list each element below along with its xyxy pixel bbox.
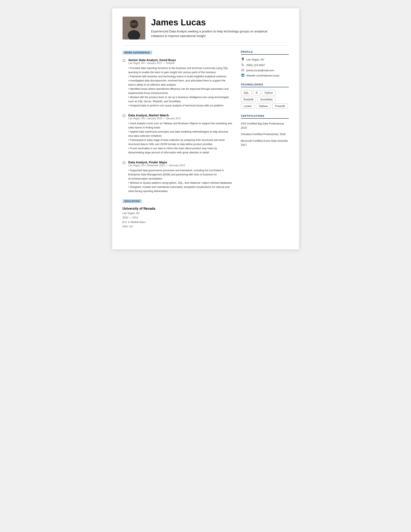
cert-item: SAS Certified Big Data Professional, 201… [241, 122, 289, 130]
education-section: EDUCATION University of Nevada Las Vegas… [122, 199, 233, 229]
tech-tag: R [253, 90, 261, 95]
profile-email: james.lucas@mail.com [241, 69, 289, 72]
certifications-section: CERTIFICATIONS SAS Certified Big Data Pr… [241, 114, 289, 147]
avatar [122, 17, 145, 39]
education-label: EDUCATION [122, 199, 142, 203]
job-description: • Provided data reporting functions to t… [128, 66, 233, 108]
tech-tag: Tableau [256, 104, 271, 109]
resume-header: James Lucas Experienced Data Analyst see… [122, 17, 289, 39]
certifications-label: CERTIFICATIONS [241, 114, 289, 119]
job-item: Data Analyst, Finder Maps Las Vegas, NV … [122, 161, 233, 193]
edu-school: University of Nevada [122, 207, 233, 210]
technologies-label: TECHNOLOGIES [241, 83, 289, 87]
edu-gpa: GPA: 3.6 [122, 224, 233, 229]
svg-point-7 [123, 114, 125, 117]
svg-rect-11 [242, 75, 242, 76]
resume: James Lucas Experienced Data Analyst see… [112, 8, 299, 249]
cert-item: Cloudera Certified Professional, 2018 [241, 132, 289, 136]
phone-text: (555) 123-4567 [246, 64, 265, 67]
svg-point-8 [123, 162, 125, 164]
job-description: • Supported data governance processes an… [128, 168, 233, 193]
tech-tag: Snowflake [258, 97, 275, 102]
right-column: PROFILE Las Vegas, NV (555) [241, 50, 289, 229]
job-description: • Used analytics tools such as Tableau a… [128, 121, 233, 155]
svg-point-6 [123, 59, 125, 62]
location-icon [241, 57, 245, 62]
job-bullet-icon [122, 59, 125, 108]
profile-section: PROFILE Las Vegas, NV (555) [241, 50, 289, 77]
tech-tag: Python [262, 90, 276, 95]
edu-years: 2010 — 2014 [122, 216, 233, 220]
full-name: James Lucas [151, 18, 272, 27]
edu-location: Las Vegas, NV [122, 211, 233, 216]
tech-grid: SQL R Python Redshift Snowflake Looker T… [241, 90, 289, 109]
job-meta: Las Vegas, NV • January 2017 — Present [128, 62, 233, 65]
profile-linkedin: linkedin.com/in/james-lucas [241, 74, 289, 77]
job-title: Senior Data Analyst, Good Buys [128, 58, 233, 62]
job-content: Data Analyst, Finder Maps Las Vegas, NV … [128, 161, 233, 193]
linkedin-text: linkedin.com/in/james-lucas [246, 74, 280, 77]
svg-point-1 [130, 20, 138, 28]
header-divider [122, 45, 289, 46]
technologies-section: TECHNOLOGIES SQL R Python Redshift Snowf… [241, 83, 289, 109]
job-bullet-icon [122, 161, 125, 193]
job-item: Senior Data Analyst, Good Buys Las Vegas… [122, 58, 233, 108]
linkedin-icon [241, 74, 245, 77]
work-experience-section: WORK EXPERIENCE Senior Data Analyst, Goo… [122, 50, 233, 193]
email-text: james.lucas@mail.com [246, 69, 274, 72]
cert-item: Microsoft Certified Azure Data Scientist… [241, 139, 289, 147]
svg-point-12 [242, 74, 242, 75]
job-item: Data Analyst, Market Watch Las Vegas, NV… [122, 114, 233, 155]
profile-phone: (555) 123-4567 [241, 63, 289, 67]
tech-tag: Looker [241, 104, 255, 109]
tagline: Experienced Data Analyst seeking a posit… [151, 29, 272, 38]
edu-degree: B.S. in Mathematics [122, 220, 233, 224]
job-meta: Las Vegas, NV • January 2015 — January 2… [128, 117, 233, 120]
header-text: James Lucas Experienced Data Analyst see… [151, 18, 272, 38]
job-meta: Las Vegas, NV • November 2014 — Jaunuary… [128, 164, 233, 167]
phone-icon [241, 63, 245, 67]
tech-tag: SQL [241, 90, 252, 95]
location-text: Las Vegas, NV [246, 58, 264, 61]
job-bullet-icon [122, 114, 125, 155]
work-experience-label: WORK EXPERIENCE [122, 51, 152, 55]
body-columns: WORK EXPERIENCE Senior Data Analyst, Goo… [122, 50, 289, 229]
email-icon [241, 69, 245, 72]
job-title: Data Analyst, Finder Maps [128, 161, 233, 164]
job-title: Data Analyst, Market Watch [128, 114, 233, 117]
job-content: Data Analyst, Market Watch Las Vegas, NV… [128, 114, 233, 155]
left-column: WORK EXPERIENCE Senior Data Analyst, Goo… [122, 50, 233, 229]
job-content: Senior Data Analyst, Good Buys Las Vegas… [128, 58, 233, 108]
tech-tag: PowerBI [272, 104, 288, 109]
profile-label: PROFILE [241, 50, 289, 55]
tech-tag: Redshift [241, 97, 256, 102]
profile-location: Las Vegas, NV [241, 57, 289, 62]
